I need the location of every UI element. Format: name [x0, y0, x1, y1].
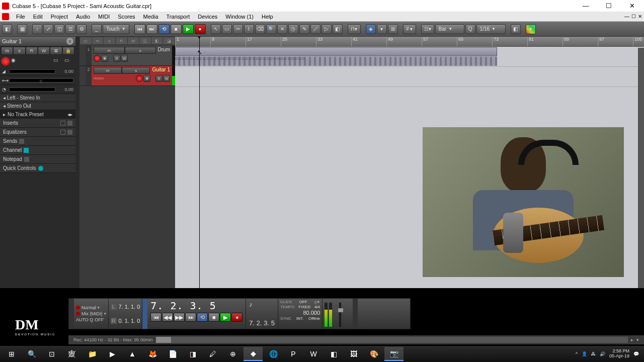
track-handle[interactable]: [79, 66, 86, 85]
quantize-dropdown[interactable]: 1/16 ▼: [476, 24, 506, 34]
menu-transport[interactable]: Transport: [163, 13, 194, 21]
tb-snap-on[interactable]: ◈: [366, 24, 376, 34]
record-enable[interactable]: [136, 75, 143, 82]
scroll-right[interactable]: ▸: [631, 337, 633, 342]
tool-mute[interactable]: ✕: [277, 24, 287, 34]
menu-help[interactable]: Help: [258, 13, 277, 21]
clip-drum[interactable]: [175, 47, 497, 56]
tb-snap-menu[interactable]: ▾: [377, 24, 387, 34]
taskbar-powerpoint[interactable]: P: [284, 347, 303, 361]
tempo-mode[interactable]: FIXED: [298, 305, 310, 309]
solo-button[interactable]: s: [122, 67, 150, 74]
lanes-button[interactable]: 〓: [50, 47, 62, 55]
read-auto[interactable]: R: [155, 75, 163, 82]
autoq-label[interactable]: AUTO Q: [76, 317, 93, 322]
volume-row[interactable]: ◢ 0.00: [0, 67, 75, 76]
tp-goto-end[interactable]: ⏭: [185, 313, 196, 322]
close-button[interactable]: ✕: [625, 2, 639, 10]
autoq-state[interactable]: OFF: [95, 317, 104, 322]
tool-play[interactable]: ▷: [321, 24, 332, 34]
read-auto[interactable]: R: [113, 55, 120, 62]
tp-record[interactable]: ●: [231, 313, 243, 322]
task-view-button[interactable]: ⊡: [42, 347, 61, 361]
section-equalizers[interactable]: Equalizers: [0, 128, 75, 137]
taskbar-paint[interactable]: 🎨: [364, 347, 383, 361]
monitor[interactable]: ◉: [101, 55, 108, 62]
tl-btn[interactable]: ▭: [80, 37, 92, 44]
menu-project[interactable]: Project: [47, 13, 72, 21]
system-tray[interactable]: ^ 👤 🖧 🔊 2:58 PM 05-Apr-19 💬: [576, 349, 642, 359]
tb-next[interactable]: ⏭: [146, 24, 157, 34]
tool-line[interactable]: ／: [310, 24, 320, 34]
write-button[interactable]: W: [38, 47, 50, 55]
tb-a3[interactable]: ◫: [54, 24, 64, 34]
mute-button[interactable]: m: [1, 47, 13, 55]
tb-snap-type[interactable]: ⊞: [388, 24, 398, 34]
minimize-button[interactable]: —: [579, 2, 593, 10]
taskbar-cubase[interactable]: ◆: [244, 347, 263, 361]
mute-button[interactable]: m: [94, 47, 125, 54]
search-button[interactable]: 🔍: [22, 347, 41, 361]
sub-time-display[interactable]: 7. 2. 3. 5: [249, 319, 275, 327]
menu-audio[interactable]: Audio: [72, 13, 94, 21]
insp-ctrl-1[interactable]: ▭: [53, 57, 63, 65]
tp-goto-start[interactable]: ⏮: [150, 313, 162, 322]
tray-people-icon[interactable]: 👤: [582, 351, 587, 356]
main-time-display[interactable]: 7. 2. 3. 5: [150, 300, 243, 312]
timeline-ruler[interactable]: 191725334149576573818997105: [175, 37, 644, 47]
automation-mode-dropdown[interactable]: Touch ▼: [103, 24, 129, 34]
tp-play[interactable]: ▶: [220, 313, 231, 322]
tp-locators[interactable]: L7. 1. 1. 0 R0. 1. 1. 0: [109, 299, 143, 329]
mute-button[interactable]: m: [94, 67, 122, 74]
horizontal-scrollbar[interactable]: [156, 337, 628, 343]
tl-btn[interactable]: ◧: [151, 37, 163, 44]
monitor[interactable]: ◉: [143, 75, 150, 82]
tool-zoom[interactable]: 🔍: [266, 24, 276, 34]
tool-draw[interactable]: ✎: [299, 24, 309, 34]
video-window[interactable]: [423, 127, 624, 277]
pan-slider[interactable]: C: [9, 78, 73, 82]
tl-btn[interactable]: ◫: [139, 37, 151, 44]
menu-file[interactable]: File: [12, 13, 29, 21]
tool-split[interactable]: ✂: [233, 24, 243, 34]
tb-a5[interactable]: ⚙: [76, 24, 87, 34]
sub-minimize[interactable]: —: [624, 14, 629, 19]
tp-forward[interactable]: ▶▶: [174, 313, 185, 322]
tp-stop[interactable]: ■: [208, 313, 219, 322]
taskbar-photos[interactable]: 🖼: [344, 347, 363, 361]
tl-btn[interactable]: s: [104, 37, 115, 44]
tb-nudge[interactable]: ⊓▾: [348, 24, 361, 34]
taskbar-media[interactable]: ▶: [103, 347, 122, 361]
menu-midi[interactable]: MIDI: [94, 13, 114, 21]
tempo-value[interactable]: 80.000: [303, 310, 320, 316]
section-channel[interactable]: Channel: [0, 146, 75, 155]
tool-range[interactable]: ▭: [222, 24, 232, 34]
taskbar-firefox[interactable]: 🦊: [143, 347, 162, 361]
tb-record[interactable]: ●: [195, 24, 206, 34]
monitor-button[interactable]: ◉: [11, 57, 19, 65]
edit-channel-button[interactable]: e: [66, 38, 73, 45]
input-routing[interactable]: ◂ Left - Stereo In: [0, 94, 75, 102]
tb-cycle[interactable]: ⟲: [158, 24, 170, 34]
master-level-slider[interactable]: [339, 303, 341, 327]
section-notepad[interactable]: Notepad: [0, 155, 75, 164]
insp-ctrl-2[interactable]: ▭: [64, 57, 74, 65]
zoom-menu[interactable]: ▾: [636, 337, 639, 342]
tb-stop[interactable]: ■: [171, 24, 182, 34]
locator-right[interactable]: 0. 1. 1. 0: [119, 318, 140, 324]
delay-slider[interactable]: [9, 87, 55, 92]
maximize-button[interactable]: ☐: [602, 2, 616, 10]
track-row-guitar[interactable]: 2 m s Guitar 1 mono ◉ R W: [79, 66, 175, 86]
playhead[interactable]: [199, 37, 200, 288]
tray-network-icon[interactable]: 🖧: [591, 351, 596, 356]
section-quick-controls[interactable]: Quick Controls: [0, 164, 75, 173]
tp-handle-right[interactable]: [353, 299, 358, 329]
tray-notifications-icon[interactable]: 💬: [633, 351, 639, 356]
tb-a1[interactable]: ↕: [32, 24, 42, 34]
taskbar-camera[interactable]: 📷: [384, 347, 404, 361]
tool-timewarp[interactable]: ◷: [288, 24, 298, 34]
solo-button[interactable]: s: [125, 47, 156, 54]
taskbar-vlc[interactable]: ▲: [123, 347, 142, 361]
tb-play[interactable]: ▶: [183, 24, 194, 34]
tp-cycle[interactable]: ⟲: [197, 313, 208, 322]
